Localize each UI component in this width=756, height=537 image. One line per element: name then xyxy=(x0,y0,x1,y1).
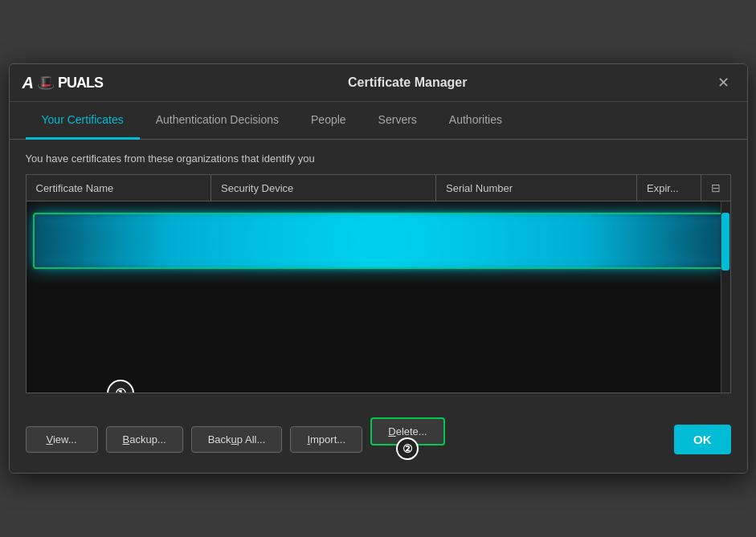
tab-bar: Your Certificates Authentication Decisio… xyxy=(10,102,747,140)
cert-table-header: Certificate Name Security Device Serial … xyxy=(27,175,730,201)
import-button[interactable]: Import... xyxy=(290,426,362,453)
backup-button[interactable]: Backup... xyxy=(106,426,183,453)
tab-authentication-decisions[interactable]: Authentication Decisions xyxy=(140,102,295,140)
col-certificate-name: Certificate Name xyxy=(27,175,211,201)
tab-your-certificates[interactable]: Your Certificates xyxy=(26,102,140,140)
tab-servers[interactable]: Servers xyxy=(362,102,433,140)
scrollbar[interactable] xyxy=(721,201,730,393)
col-icon: ⊟ xyxy=(701,175,730,201)
tab-authorities[interactable]: Authorities xyxy=(433,102,518,140)
selected-cert-row[interactable] xyxy=(33,213,724,269)
cert-table-body[interactable]: ① xyxy=(26,201,731,393)
appuals-logo: A 🎩 PUALS xyxy=(22,74,103,92)
close-button[interactable]: ✕ xyxy=(713,72,734,93)
description-text: You have certificates from these organiz… xyxy=(26,153,731,165)
dialog-title: Certificate Manager xyxy=(103,75,713,90)
annotation-badge-1: ① xyxy=(107,380,134,393)
title-bar: A 🎩 PUALS Certificate Manager ✕ xyxy=(10,64,747,102)
scroll-thumb[interactable] xyxy=(721,213,729,271)
tab-people[interactable]: People xyxy=(295,102,362,140)
certificate-manager-dialog: A 🎩 PUALS Certificate Manager ✕ Your Cer… xyxy=(9,63,748,474)
table-settings-icon: ⊟ xyxy=(711,181,721,194)
ok-button[interactable]: OK xyxy=(674,425,731,454)
action-button-bar: View... Backup... Backup All... Import..… xyxy=(10,406,747,473)
annotation-badge-2: ② xyxy=(396,437,419,460)
view-button[interactable]: View... xyxy=(26,426,98,453)
dialog-body: You have certificates from these organiz… xyxy=(10,140,747,406)
col-serial-number: Serial Number xyxy=(436,175,637,201)
col-expiry: Expir... xyxy=(637,175,701,201)
col-security-device: Security Device xyxy=(211,175,436,201)
delete-button-container: Delete... ② xyxy=(370,417,444,445)
backup-all-button[interactable]: Backup All... xyxy=(191,426,283,453)
